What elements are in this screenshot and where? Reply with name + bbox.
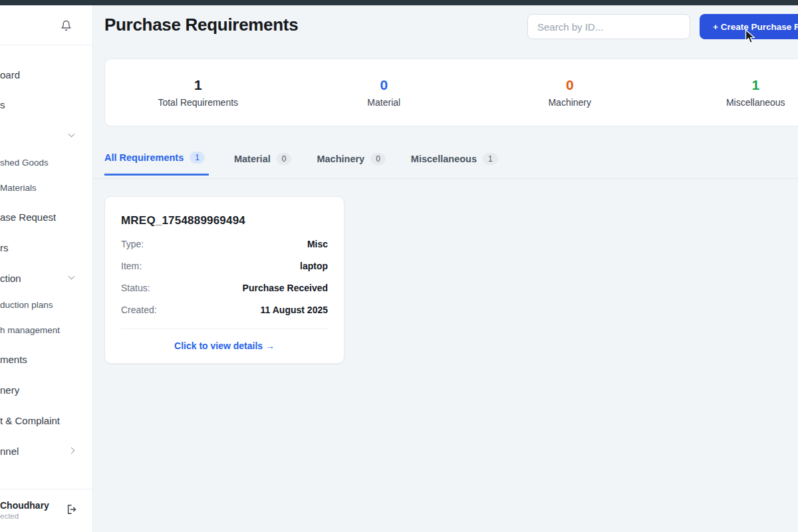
field-label: Item: bbox=[121, 261, 142, 271]
tab-label: Machinery bbox=[317, 154, 364, 164]
tab-miscellaneous[interactable]: Miscellaneous 1 bbox=[411, 152, 498, 176]
stat-value: 1 bbox=[105, 77, 291, 93]
tab-count-badge: 1 bbox=[190, 152, 205, 164]
sidebar-item-batch-management[interactable]: h management bbox=[0, 323, 92, 336]
tab-count-badge: 1 bbox=[483, 153, 498, 165]
sidebar-item-label: ase Request bbox=[0, 211, 56, 223]
tab-material[interactable]: Material 0 bbox=[234, 152, 292, 176]
tabs: All Requirements 1 Material 0 Machinery … bbox=[104, 152, 498, 176]
create-purchase-requirement-button[interactable]: + Create Purchase R bbox=[700, 14, 798, 39]
logout-icon[interactable] bbox=[66, 503, 78, 515]
sidebar-item-label: nnel bbox=[0, 446, 19, 457]
requirement-field-type: Type: Misc bbox=[121, 239, 328, 249]
stat-total-requirements: 1 Total Requirements bbox=[105, 77, 291, 107]
field-label: Created: bbox=[121, 305, 157, 315]
stat-material: 0 Material bbox=[291, 77, 477, 107]
sidebar-header bbox=[0, 5, 92, 45]
sidebar-item-label: ments bbox=[0, 354, 27, 365]
sidebar-item-label: nery bbox=[0, 384, 19, 396]
sidebar-item-inventory-toggle[interactable] bbox=[0, 129, 92, 142]
sidebar-item-label: Materials bbox=[0, 183, 37, 193]
chevron-down-icon bbox=[68, 131, 75, 138]
stat-label: Total Requirements bbox=[105, 97, 291, 108]
requirement-id: MREQ_1754889969494 bbox=[121, 214, 328, 227]
stat-value: 0 bbox=[291, 77, 477, 93]
requirement-field-created: Created: 11 August 2025 bbox=[121, 305, 328, 315]
sidebar-item-raw-materials[interactable]: Materials bbox=[0, 181, 92, 194]
tab-label: All Requirements bbox=[104, 152, 184, 163]
sidebar-item-label: rs bbox=[0, 242, 9, 253]
sidebar-item-production-plans[interactable]: duction plans bbox=[0, 298, 92, 311]
stat-machinery: 0 Machinery bbox=[477, 77, 663, 107]
search-input[interactable] bbox=[527, 14, 690, 39]
field-label: Status: bbox=[121, 283, 150, 293]
sidebar-item-label: ction bbox=[0, 273, 21, 284]
sidebar-item-label: duction plans bbox=[0, 300, 53, 310]
sidebar-item-sales[interactable]: s bbox=[0, 98, 92, 111]
view-details-link[interactable]: Click to view details → bbox=[121, 340, 328, 351]
sidebar-item-purchase-request[interactable]: ase Request bbox=[0, 210, 92, 223]
field-value: laptop bbox=[300, 261, 328, 271]
requirement-field-status: Status: Purchase Received bbox=[121, 283, 328, 293]
tab-machinery[interactable]: Machinery 0 bbox=[317, 152, 385, 176]
stat-label: Machinery bbox=[477, 97, 663, 108]
chevron-right-icon bbox=[68, 448, 75, 454]
requirement-card[interactable]: MREQ_1754889969494 Type: Misc Item: lapt… bbox=[104, 196, 344, 364]
stat-label: Material bbox=[291, 97, 477, 108]
sidebar-item-production[interactable]: ction bbox=[0, 271, 92, 285]
notification-bell-icon[interactable] bbox=[61, 20, 72, 31]
user-name: Choudhary bbox=[0, 500, 49, 511]
tab-all-requirements[interactable]: All Requirements 1 bbox=[104, 152, 209, 176]
tab-label: Material bbox=[234, 154, 271, 164]
stats-panel: 1 Total Requirements 0 Material 0 Machin… bbox=[104, 59, 798, 126]
sidebar-item-label: oard bbox=[0, 69, 20, 80]
sidebar-item-machinery[interactable]: nery bbox=[0, 383, 92, 396]
stat-value: 0 bbox=[477, 77, 663, 93]
sidebar-item-vendors[interactable]: rs bbox=[0, 241, 92, 254]
sidebar-item-finished-goods[interactable]: shed Goods bbox=[0, 156, 92, 169]
stat-value: 1 bbox=[663, 77, 798, 93]
field-value: Purchase Received bbox=[243, 283, 328, 293]
field-label: Type: bbox=[121, 239, 144, 249]
sidebar-item-requirements[interactable]: ments bbox=[0, 352, 92, 366]
tabs-divider bbox=[93, 178, 798, 179]
tab-count-badge: 0 bbox=[277, 153, 292, 165]
sidebar-item-label: s bbox=[0, 99, 5, 110]
sidebar-item-support-complaint[interactable]: t & Complaint bbox=[0, 414, 92, 427]
tab-label: Miscellaneous bbox=[411, 154, 477, 164]
requirement-field-item: Item: laptop bbox=[121, 261, 328, 271]
sidebar-item-label: shed Goods bbox=[0, 158, 49, 168]
stat-label: Miscellaneous bbox=[663, 97, 798, 108]
card-divider bbox=[121, 329, 328, 329]
field-value: 11 August 2025 bbox=[261, 305, 328, 315]
sidebar-item-label: t & Complaint bbox=[0, 415, 60, 426]
field-value: Misc bbox=[307, 239, 328, 249]
window-top-strip bbox=[0, 0, 798, 5]
stat-miscellaneous: 1 Miscellaneous bbox=[663, 77, 798, 107]
sidebar: oard s shed Goods Materials ase Request … bbox=[0, 5, 93, 532]
sidebar-item-dashboard[interactable]: oard bbox=[0, 68, 92, 81]
sidebar-item-personnel[interactable]: nnel bbox=[0, 444, 92, 458]
sidebar-item-label: h management bbox=[0, 325, 60, 335]
user-connection-status: ected bbox=[0, 512, 19, 520]
sidebar-user-section: Choudhary ected bbox=[0, 489, 92, 531]
chevron-down-icon bbox=[68, 273, 75, 280]
tab-count-badge: 0 bbox=[370, 153, 386, 165]
page-title: Purchase Requirements bbox=[104, 15, 298, 35]
